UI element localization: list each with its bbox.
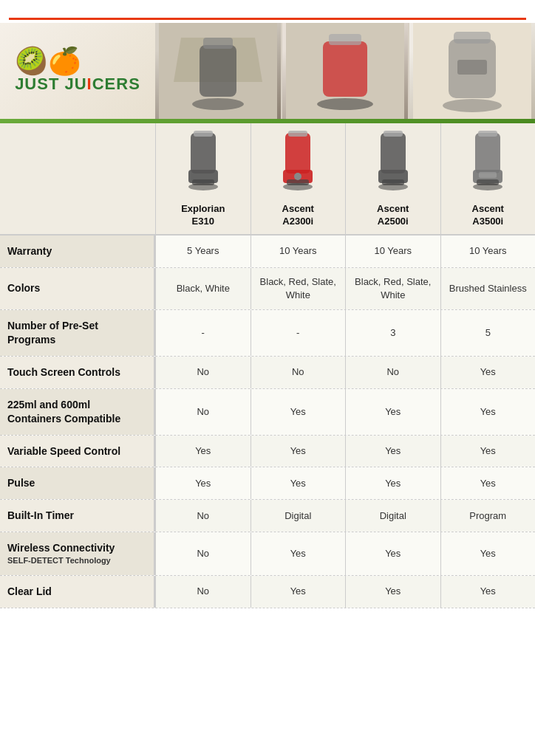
product-name-e310: ExplorianE310 [159,203,248,228]
hero-photo-3 [409,23,535,119]
value-cell-8-2: Yes [345,532,440,575]
feature-cell-2: Number of Pre-Set Programs [0,310,155,356]
svg-rect-3 [203,38,233,49]
value-cells-2: --35 [155,310,535,356]
value-cell-7-0: No [155,500,251,532]
value-cell-8-1: Yes [251,532,346,575]
feature-sub-8: SELF-DETECT Technology [7,555,146,566]
value-cell-2-0: - [155,310,251,356]
value-cells-8: NoYesYesYes [155,532,535,575]
feature-cell-7: Built-In Timer [0,500,155,532]
value-cell-2-2: 3 [345,310,440,356]
value-cell-3-0: No [155,357,251,388]
table-row: Wireless ConnectivitySELF-DETECT Technol… [0,532,535,576]
value-cell-4-2: Yes [345,389,440,435]
product-header-a3500i: AscentA3500i [440,123,536,234]
svg-rect-6 [323,41,367,97]
value-cell-3-3: Yes [440,357,536,388]
svg-point-4 [192,98,244,110]
value-cell-1-3: Brushed Stainless [440,268,536,309]
value-cell-6-2: Yes [345,467,440,499]
svg-point-23 [283,183,313,190]
value-cell-8-3: Yes [440,532,536,575]
feature-cell-5: Variable Speed Control [0,436,155,467]
svg-rect-20 [288,131,307,137]
value-cell-0-3: 10 Years [440,236,536,267]
logo-text: JUST JUICERS [15,75,140,93]
value-cell-0-0: 5 Years [155,236,251,267]
product-headers: ExplorianE310 AscentA2300i AscentA2500i … [0,123,535,236]
product-name-a2300i: AscentA2300i [254,203,343,228]
value-cell-7-2: Digital [345,500,440,532]
value-cells-9: NoYesYesYes [155,576,535,608]
value-cell-9-3: Yes [440,576,536,608]
value-cells-3: NoNoNoYes [155,357,535,388]
svg-rect-7 [329,34,361,45]
value-cells-5: YesYesYesYes [155,436,535,467]
product-name-a2500i: AscentA2500i [349,203,437,228]
feature-cell-9: Clear Lid [0,576,155,608]
value-cells-7: NoDigitalDigitalProgram [155,500,535,532]
table-row: ColorsBlack, WhiteBlack, Red, Slate, Whi… [0,268,535,310]
svg-rect-19 [285,133,310,173]
product-header-e310: ExplorianE310 [155,123,251,234]
value-cell-7-1: Digital [251,500,346,532]
value-cell-0-1: 10 Years [251,236,346,267]
value-cell-5-0: Yes [155,436,251,467]
value-cell-4-3: Yes [440,389,536,435]
value-cell-0-2: 10 Years [345,236,440,267]
value-cell-5-3: Yes [440,436,536,467]
value-cell-4-0: No [155,389,251,435]
value-cells-4: NoYesYesYes [155,389,535,435]
svg-point-8 [317,98,373,110]
svg-rect-14 [191,133,216,173]
value-cells-6: YesYesYesYes [155,467,535,499]
table-row: Built-In TimerNoDigitalDigitalProgram [0,500,535,532]
logo-area: 🥝🍊 JUST JUICERS [0,23,155,119]
svg-rect-35 [479,172,497,178]
value-cell-8-0: No [155,532,251,575]
value-cells-1: Black, WhiteBlack, Red, Slate, WhiteBlac… [155,268,535,309]
value-cell-7-3: Program [440,500,536,532]
svg-rect-12 [457,60,487,75]
table-row: Touch Screen ControlsNoNoNoYes [0,357,535,389]
hero-photo-1 [155,23,281,119]
product-header-a2300i: AscentA2300i [251,123,346,234]
feature-cell-8: Wireless ConnectivitySELF-DETECT Technol… [0,532,155,575]
svg-point-34 [473,183,502,190]
table-row: Variable Speed ControlYesYesYesYes [0,436,535,468]
svg-rect-30 [475,133,500,173]
feature-cell-3: Touch Screen Controls [0,357,155,388]
svg-point-29 [378,183,408,190]
feature-cell-1: Colors [0,268,155,309]
value-cell-6-1: Yes [251,467,346,499]
value-cell-9-2: Yes [345,576,440,608]
value-cell-1-0: Black, White [155,268,251,309]
table-row: PulseYesYesYesYes [0,467,535,500]
svg-point-18 [188,183,218,190]
value-cell-6-0: Yes [155,467,251,499]
value-cell-9-1: Yes [251,576,346,608]
chart-title [9,6,526,20]
value-cell-1-1: Black, Red, Slate, White [251,268,346,309]
feature-cell-4: 225ml and 600ml Containers Compatible [0,389,155,435]
hero-photos [155,23,535,119]
svg-rect-25 [381,133,406,173]
value-cell-5-1: Yes [251,436,346,467]
table-row: Number of Pre-Set Programs--35 [0,310,535,357]
value-cell-6-3: Yes [440,467,536,499]
svg-point-24 [294,173,301,180]
value-cell-2-1: - [251,310,346,356]
table-row: Clear LidNoYesYesYes [0,576,535,608]
svg-point-13 [443,99,502,112]
feature-cell-6: Pulse [0,467,155,499]
hero-photo-2 [282,23,408,119]
product-cols-header: ExplorianE310 AscentA2300i AscentA2500i … [155,123,535,234]
svg-rect-11 [454,32,491,44]
value-cell-2-3: 5 [440,310,536,356]
feature-col-header [0,123,155,234]
comparison-table: Warranty5 Years10 Years10 Years10 YearsC… [0,236,535,608]
product-name-a3500i: AscentA3500i [444,203,533,228]
value-cell-1-2: Black, Red, Slate, White [345,268,440,309]
svg-rect-2 [200,45,236,97]
